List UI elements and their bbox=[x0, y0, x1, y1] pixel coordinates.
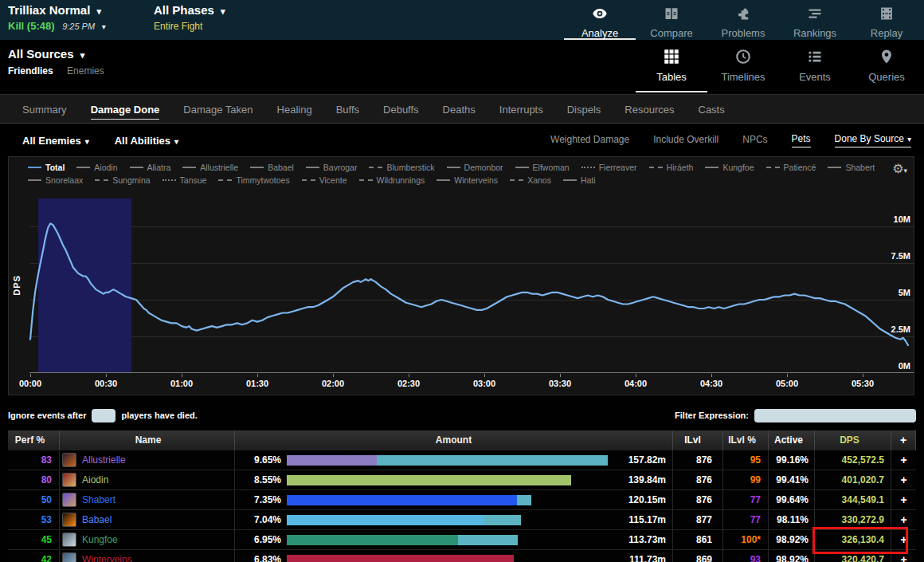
column-header-active[interactable]: Active bbox=[769, 430, 815, 450]
view-item-tables[interactable]: Tables bbox=[636, 41, 707, 92]
column-header-dps[interactable]: DPS bbox=[815, 430, 891, 450]
legend-line-sample bbox=[766, 167, 780, 168]
nav-item-replay[interactable]: Replay bbox=[851, 0, 922, 40]
sources-selector[interactable]: All Sources ▾ bbox=[8, 47, 104, 61]
legend-item-patiencé[interactable]: Patiencé bbox=[766, 163, 816, 172]
active-percent: 99.16% bbox=[769, 450, 815, 470]
legend-item-vicente[interactable]: Vicente bbox=[302, 175, 347, 185]
chart-settings-button[interactable]: ⚙▾ bbox=[892, 161, 907, 176]
character-name-link[interactable]: Shabert bbox=[82, 494, 116, 505]
x-axis-tick bbox=[30, 374, 31, 377]
legend-item-tansue[interactable]: Tansue bbox=[162, 175, 207, 185]
column-header-ilvl[interactable]: ILvl % bbox=[723, 430, 769, 450]
view-item-queries[interactable]: Queries bbox=[851, 41, 922, 92]
legend-label: Snorelaax bbox=[45, 175, 83, 185]
legend-item-bavrogar[interactable]: Bavrogar bbox=[306, 163, 358, 172]
toggle-done-by-source[interactable]: Done By Source▾ bbox=[835, 133, 911, 147]
tab-buffs[interactable]: Buffs bbox=[336, 99, 359, 119]
tab-interrupts[interactable]: Interrupts bbox=[499, 99, 543, 119]
clock-icon bbox=[735, 49, 751, 68]
toggle-npcs[interactable]: NPCs bbox=[742, 134, 767, 147]
legend-item-winterveins[interactable]: Winterveins bbox=[437, 175, 498, 185]
damage-bar-segment bbox=[517, 495, 531, 505]
legend-item-total[interactable]: Total bbox=[28, 163, 65, 172]
column-header-name[interactable]: Name bbox=[60, 430, 235, 450]
nav-label: Events bbox=[799, 71, 831, 83]
ignore-deaths-input[interactable] bbox=[92, 409, 116, 422]
tab-damage-taken[interactable]: Damage Taken bbox=[183, 99, 253, 119]
legend-item-timmytwotoes[interactable]: Timmytwotoes bbox=[218, 175, 289, 185]
damage-percent: 6.95% bbox=[235, 534, 281, 545]
legend-item-snorelaax[interactable]: Snorelaax bbox=[28, 175, 83, 185]
legend-item-allustrielle[interactable]: Allustrielle bbox=[182, 163, 238, 172]
y-axis-title: DPS bbox=[12, 275, 22, 296]
character-name-link[interactable]: Kungfoe bbox=[82, 534, 118, 545]
toggle-weighted-damage[interactable]: Weighted Damage bbox=[550, 134, 629, 147]
legend-label: Wildrunnings bbox=[377, 175, 425, 185]
character-name-link[interactable]: Winterveins bbox=[82, 554, 132, 562]
character-name-link[interactable]: Aiodin bbox=[82, 474, 108, 485]
nav-item-problems[interactable]: Problems bbox=[707, 0, 779, 40]
character-icon bbox=[62, 473, 76, 487]
column-header-amount[interactable]: Amount bbox=[235, 430, 673, 450]
legend-item-aiodin[interactable]: Aiodin bbox=[76, 163, 117, 172]
tab-casts[interactable]: Casts bbox=[699, 99, 725, 119]
expand-row-button[interactable]: + bbox=[891, 490, 916, 509]
x-axis-tick bbox=[106, 374, 107, 377]
table-row-babael: 53 Babael 7.04% 115.17m 877 77 98.11% 33… bbox=[8, 510, 916, 530]
x-axis-tick bbox=[787, 374, 788, 377]
enemies-toggle[interactable]: Enemies bbox=[67, 65, 104, 77]
nav-item-rankings[interactable]: Rankings bbox=[779, 0, 851, 40]
legend-item-hati[interactable]: Hati bbox=[563, 175, 596, 185]
nav-item-analyze[interactable]: Analyze bbox=[564, 0, 636, 40]
legend-item-kungfoe[interactable]: Kungfoe bbox=[705, 163, 754, 172]
filter-expression-input[interactable] bbox=[754, 409, 916, 422]
toggle-include-overkill[interactable]: Include Overkill bbox=[653, 134, 718, 147]
legend-label: Winterveins bbox=[454, 175, 498, 185]
all-abilities-dropdown[interactable]: All Abilities▾ bbox=[115, 135, 178, 147]
legend-item-elfwoman[interactable]: Elfwoman bbox=[515, 163, 570, 172]
legend-item-blumberstick[interactable]: Blumberstick bbox=[369, 163, 434, 172]
view-item-timelines[interactable]: Timelines bbox=[707, 41, 779, 92]
tab-deaths[interactable]: Deaths bbox=[443, 99, 476, 119]
tab-healing[interactable]: Healing bbox=[277, 99, 312, 119]
fight-selector[interactable]: Trilliax Normal ▾ Kill (5:48) 9:25 PM ▾ bbox=[8, 3, 106, 32]
tab-dispels[interactable]: Dispels bbox=[567, 99, 601, 119]
view-item-events[interactable]: Events bbox=[779, 41, 851, 92]
legend-label: Kungfoe bbox=[722, 163, 754, 172]
legend-item-shabert[interactable]: Shabert bbox=[828, 163, 875, 172]
friendlies-toggle[interactable]: Friendlies bbox=[8, 65, 53, 77]
character-name-link[interactable]: Allustrielle bbox=[82, 454, 126, 466]
column-header-plus[interactable]: + bbox=[891, 430, 916, 450]
item-level-percent: 100* bbox=[723, 530, 769, 549]
column-header-ilvl[interactable]: ILvl bbox=[673, 430, 723, 450]
chart-plot-area[interactable]: 0M2.5M5M7.5M10M00:0000:3001:0001:3002:00… bbox=[29, 198, 914, 373]
x-axis-tick-label: 00:00 bbox=[13, 379, 48, 388]
tab-damage-done[interactable]: Damage Done bbox=[91, 99, 160, 120]
nav-item-compare[interactable]: Compare bbox=[636, 0, 707, 40]
legend-item-wildrunnings[interactable]: Wildrunnings bbox=[359, 175, 425, 185]
legend-item-xanos[interactable]: Xanos bbox=[510, 175, 551, 185]
sources-title: All Sources bbox=[8, 47, 74, 61]
character-name-link[interactable]: Babael bbox=[82, 514, 112, 525]
legend-item-fierreaver[interactable]: Fierreaver bbox=[581, 163, 637, 172]
main-nav: Analyze Compare Problems Rankings Replay bbox=[564, 0, 922, 40]
expand-row-button[interactable]: + bbox=[891, 470, 916, 489]
legend-item-sungmina[interactable]: Sungmina bbox=[95, 175, 150, 185]
column-header-perf[interactable]: Perf % bbox=[8, 430, 60, 450]
phase-selector[interactable]: All Phases ▾ Entire Fight bbox=[154, 3, 225, 32]
all-enemies-dropdown[interactable]: All Enemies▾ bbox=[22, 135, 89, 147]
character-icon bbox=[62, 453, 76, 467]
tab-debuffs[interactable]: Debuffs bbox=[383, 99, 419, 119]
expand-row-button[interactable]: + bbox=[891, 450, 916, 470]
legend-item-demonbor[interactable]: Demonbor bbox=[447, 163, 503, 172]
fight-result-selector[interactable]: Kill (5:48) 9:25 PM ▾ bbox=[8, 20, 106, 32]
toggle-pets[interactable]: Pets bbox=[792, 133, 811, 147]
tab-resources[interactable]: Resources bbox=[624, 99, 674, 119]
legend-item-babael[interactable]: Babael bbox=[250, 163, 294, 172]
legend-item-aliatra[interactable]: Aliatra bbox=[130, 163, 171, 172]
bars-icon bbox=[807, 6, 823, 25]
damage-bar bbox=[287, 535, 518, 545]
tab-summary[interactable]: Summary bbox=[22, 99, 67, 119]
legend-item-hiráeth[interactable]: Hiráeth bbox=[649, 163, 694, 172]
